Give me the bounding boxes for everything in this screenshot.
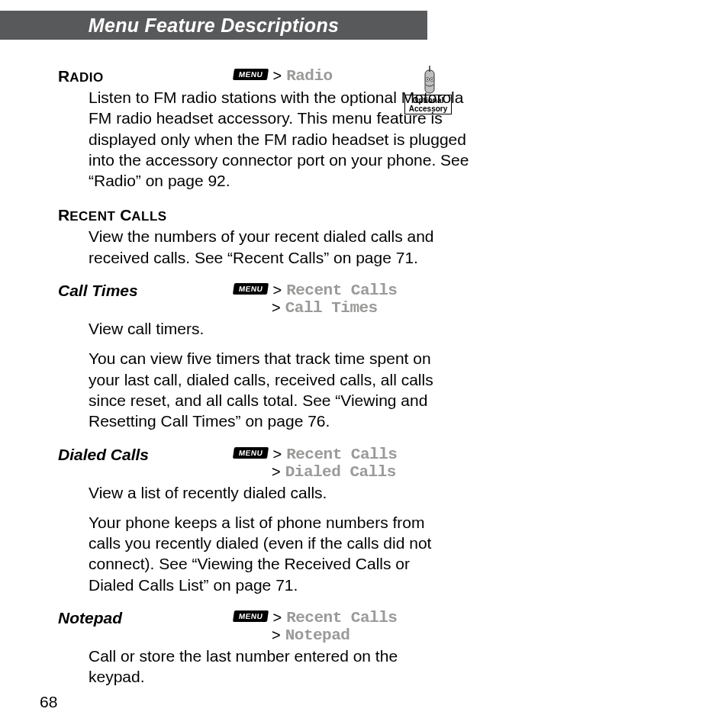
dialed-calls-nav: MENU > Recent Calls > Dialed Calls — [234, 446, 397, 481]
notepad-nav: MENU > Recent Calls > Notepad — [234, 609, 397, 644]
notepad-title: Notepad — [58, 609, 122, 627]
nav-separator: > — [272, 627, 281, 644]
nav-separator: > — [272, 609, 282, 627]
page-header-title: Menu Feature Descriptions — [89, 14, 339, 37]
call-times-body2: You can view five timers that track time… — [89, 348, 455, 431]
menu-button-icon: MENU — [233, 447, 269, 459]
recent-calls-title: RECENT CALLS — [58, 206, 167, 224]
dialed-calls-body1: View a list of recently dialed calls. — [89, 482, 455, 503]
call-times-title: Call Times — [58, 282, 138, 299]
radio-heading-row: RADIO MENU > Radio — [58, 67, 455, 85]
nav-separator: > — [272, 282, 282, 299]
call-times-path1: Recent Calls — [286, 282, 397, 299]
menu-button-icon: MENU — [233, 283, 269, 295]
nav-separator: > — [272, 446, 282, 463]
notepad-path2: Notepad — [285, 627, 350, 644]
notepad-path1: Recent Calls — [286, 609, 397, 627]
menu-button-icon: MENU — [233, 610, 269, 622]
dialed-calls-path2: Dialed Calls — [285, 463, 396, 481]
notepad-body: Call or store the last number entered on… — [89, 646, 455, 688]
notepad-heading-row: Notepad MENU > Recent Calls > Notepad — [58, 609, 455, 644]
nav-separator: > — [272, 67, 282, 85]
recent-calls-heading-row: RECENT CALLS — [58, 206, 455, 224]
recent-calls-body: View the numbers of your recent dialed c… — [89, 226, 455, 268]
nav-separator: > — [272, 299, 281, 317]
radio-title: RADIO — [58, 67, 104, 85]
content-area: RADIO MENU > Radio Listen to FM radio st… — [58, 64, 455, 688]
call-times-heading-row: Call Times MENU > Recent Calls > Call Ti… — [58, 282, 455, 317]
dialed-calls-path1: Recent Calls — [286, 446, 397, 463]
radio-path: Radio — [286, 67, 333, 85]
call-times-nav: MENU > Recent Calls > Call Times — [234, 282, 397, 317]
dialed-calls-heading-row: Dialed Calls MENU > Recent Calls > Diale… — [58, 446, 455, 481]
nav-separator: > — [272, 463, 281, 481]
page-header: Menu Feature Descriptions — [0, 11, 427, 40]
radio-nav: MENU > Radio — [234, 67, 333, 85]
dialed-calls-title: Dialed Calls — [58, 446, 149, 463]
radio-body: Listen to FM radio stations with the opt… — [89, 87, 470, 191]
call-times-path2: Call Times — [285, 299, 378, 317]
menu-button-icon: MENU — [233, 69, 269, 80]
dialed-calls-body2: Your phone keeps a list of phone numbers… — [89, 512, 455, 595]
call-times-body1: View call timers. — [89, 318, 455, 339]
page: Menu Feature Descriptions Optional Acces… — [0, 0, 728, 728]
page-number: 68 — [40, 693, 57, 711]
